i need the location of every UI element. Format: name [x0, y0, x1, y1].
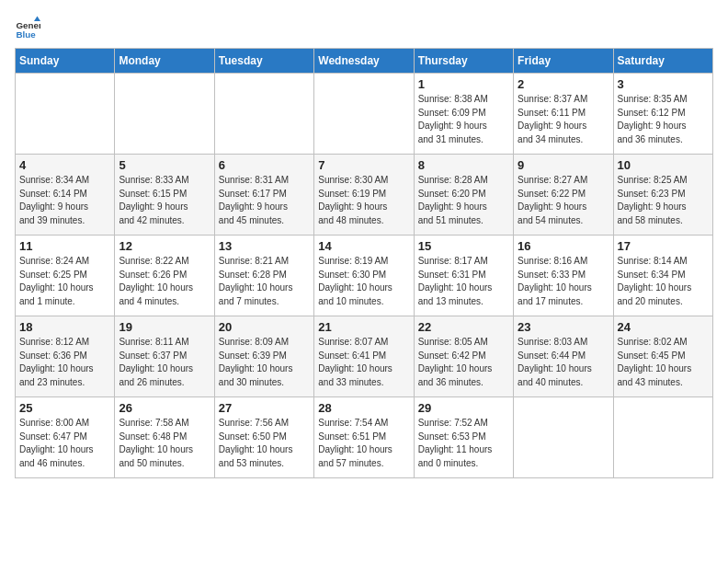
day-number: 5 [119, 158, 210, 172]
day-info: Sunrise: 8:02 AM Sunset: 6:45 PM Dayligh… [618, 336, 709, 389]
calendar-cell: 10Sunrise: 8:25 AM Sunset: 6:23 PM Dayli… [613, 155, 712, 236]
day-number: 12 [119, 239, 210, 253]
calendar-cell: 1Sunrise: 8:38 AM Sunset: 6:09 PM Daylig… [414, 74, 513, 155]
day-info: Sunrise: 8:34 AM Sunset: 6:14 PM Dayligh… [19, 174, 110, 227]
calendar-cell [314, 74, 414, 155]
calendar-cell: 23Sunrise: 8:03 AM Sunset: 6:44 PM Dayli… [514, 316, 613, 397]
calendar-cell [514, 397, 613, 478]
calendar-cell [16, 74, 115, 155]
calendar-cell: 19Sunrise: 8:11 AM Sunset: 6:37 PM Dayli… [115, 316, 214, 397]
weekday-header-tuesday: Tuesday [214, 49, 313, 74]
weekday-header-friday: Friday [514, 49, 613, 74]
day-info: Sunrise: 8:05 AM Sunset: 6:42 PM Dayligh… [418, 336, 509, 389]
day-info: Sunrise: 8:25 AM Sunset: 6:23 PM Dayligh… [618, 174, 709, 227]
day-number: 6 [219, 158, 310, 172]
day-info: Sunrise: 8:07 AM Sunset: 6:41 PM Dayligh… [318, 336, 409, 389]
day-info: Sunrise: 7:54 AM Sunset: 6:51 PM Dayligh… [318, 417, 409, 470]
calendar-cell: 15Sunrise: 8:17 AM Sunset: 6:31 PM Dayli… [414, 236, 513, 316]
day-info: Sunrise: 8:03 AM Sunset: 6:44 PM Dayligh… [518, 336, 609, 389]
day-number: 15 [418, 239, 509, 253]
day-number: 19 [119, 320, 210, 334]
calendar-cell: 26Sunrise: 7:58 AM Sunset: 6:48 PM Dayli… [115, 397, 214, 478]
calendar-cell: 5Sunrise: 8:33 AM Sunset: 6:15 PM Daylig… [115, 155, 214, 236]
logo: General Blue [15, 15, 44, 40]
calendar-cell: 16Sunrise: 8:16 AM Sunset: 6:33 PM Dayli… [514, 236, 613, 316]
day-info: Sunrise: 8:31 AM Sunset: 6:17 PM Dayligh… [219, 174, 310, 227]
page-header: General Blue [15, 15, 713, 40]
calendar-cell: 27Sunrise: 7:56 AM Sunset: 6:50 PM Dayli… [214, 397, 313, 478]
day-info: Sunrise: 8:11 AM Sunset: 6:37 PM Dayligh… [119, 336, 210, 389]
day-info: Sunrise: 8:24 AM Sunset: 6:25 PM Dayligh… [19, 255, 110, 308]
calendar-cell: 11Sunrise: 8:24 AM Sunset: 6:25 PM Dayli… [16, 236, 115, 316]
day-info: Sunrise: 8:22 AM Sunset: 6:26 PM Dayligh… [119, 255, 210, 308]
calendar-cell: 7Sunrise: 8:30 AM Sunset: 6:19 PM Daylig… [314, 155, 414, 236]
day-number: 17 [618, 239, 709, 253]
calendar-cell [115, 74, 214, 155]
logo-icon: General Blue [15, 15, 40, 40]
calendar-cell [613, 397, 712, 478]
day-info: Sunrise: 8:33 AM Sunset: 6:15 PM Dayligh… [119, 174, 210, 227]
calendar-cell: 6Sunrise: 8:31 AM Sunset: 6:17 PM Daylig… [214, 155, 313, 236]
day-info: Sunrise: 8:19 AM Sunset: 6:30 PM Dayligh… [318, 255, 409, 308]
day-number: 27 [219, 401, 310, 415]
day-info: Sunrise: 8:38 AM Sunset: 6:09 PM Dayligh… [418, 93, 509, 146]
day-number: 10 [618, 158, 709, 172]
svg-marker-2 [34, 16, 40, 21]
calendar-cell: 13Sunrise: 8:21 AM Sunset: 6:28 PM Dayli… [214, 236, 313, 316]
day-number: 11 [19, 239, 110, 253]
calendar-cell: 9Sunrise: 8:27 AM Sunset: 6:22 PM Daylig… [514, 155, 613, 236]
day-info: Sunrise: 8:37 AM Sunset: 6:11 PM Dayligh… [518, 93, 609, 146]
day-number: 23 [518, 320, 609, 334]
day-info: Sunrise: 8:21 AM Sunset: 6:28 PM Dayligh… [219, 255, 310, 308]
day-info: Sunrise: 7:56 AM Sunset: 6:50 PM Dayligh… [219, 417, 310, 470]
calendar-table: SundayMondayTuesdayWednesdayThursdayFrid… [15, 48, 713, 478]
day-number: 8 [418, 158, 509, 172]
weekday-header-saturday: Saturday [613, 49, 712, 74]
day-number: 20 [219, 320, 310, 334]
calendar-cell: 21Sunrise: 8:07 AM Sunset: 6:41 PM Dayli… [314, 316, 414, 397]
day-number: 26 [119, 401, 210, 415]
day-number: 29 [418, 401, 509, 415]
calendar-cell: 3Sunrise: 8:35 AM Sunset: 6:12 PM Daylig… [613, 74, 712, 155]
day-info: Sunrise: 8:17 AM Sunset: 6:31 PM Dayligh… [418, 255, 509, 308]
day-number: 9 [518, 158, 609, 172]
calendar-cell: 25Sunrise: 8:00 AM Sunset: 6:47 PM Dayli… [16, 397, 115, 478]
day-number: 3 [618, 77, 709, 91]
calendar-cell: 12Sunrise: 8:22 AM Sunset: 6:26 PM Dayli… [115, 236, 214, 316]
day-info: Sunrise: 8:35 AM Sunset: 6:12 PM Dayligh… [618, 93, 709, 146]
weekday-header-monday: Monday [115, 49, 214, 74]
weekday-header-wednesday: Wednesday [314, 49, 414, 74]
day-number: 24 [618, 320, 709, 334]
day-number: 22 [418, 320, 509, 334]
day-number: 14 [318, 239, 409, 253]
calendar-cell: 8Sunrise: 8:28 AM Sunset: 6:20 PM Daylig… [414, 155, 513, 236]
day-info: Sunrise: 7:58 AM Sunset: 6:48 PM Dayligh… [119, 417, 210, 470]
day-info: Sunrise: 8:09 AM Sunset: 6:39 PM Dayligh… [219, 336, 310, 389]
calendar-cell: 17Sunrise: 8:14 AM Sunset: 6:34 PM Dayli… [613, 236, 712, 316]
day-info: Sunrise: 8:27 AM Sunset: 6:22 PM Dayligh… [518, 174, 609, 227]
day-number: 28 [318, 401, 409, 415]
calendar-cell: 24Sunrise: 8:02 AM Sunset: 6:45 PM Dayli… [613, 316, 712, 397]
weekday-header-sunday: Sunday [16, 49, 115, 74]
day-info: Sunrise: 8:12 AM Sunset: 6:36 PM Dayligh… [19, 336, 110, 389]
day-info: Sunrise: 8:16 AM Sunset: 6:33 PM Dayligh… [518, 255, 609, 308]
day-info: Sunrise: 8:28 AM Sunset: 6:20 PM Dayligh… [418, 174, 509, 227]
day-number: 4 [19, 158, 110, 172]
weekday-header-thursday: Thursday [414, 49, 513, 74]
calendar-cell: 2Sunrise: 8:37 AM Sunset: 6:11 PM Daylig… [514, 74, 613, 155]
calendar-cell: 18Sunrise: 8:12 AM Sunset: 6:36 PM Dayli… [16, 316, 115, 397]
day-number: 7 [318, 158, 409, 172]
day-number: 16 [518, 239, 609, 253]
svg-text:Blue: Blue [16, 29, 36, 40]
calendar-cell [214, 74, 313, 155]
day-info: Sunrise: 8:00 AM Sunset: 6:47 PM Dayligh… [19, 417, 110, 470]
day-number: 21 [318, 320, 409, 334]
calendar-cell: 4Sunrise: 8:34 AM Sunset: 6:14 PM Daylig… [16, 155, 115, 236]
calendar-cell: 14Sunrise: 8:19 AM Sunset: 6:30 PM Dayli… [314, 236, 414, 316]
calendar-cell: 29Sunrise: 7:52 AM Sunset: 6:53 PM Dayli… [414, 397, 513, 478]
calendar-cell: 20Sunrise: 8:09 AM Sunset: 6:39 PM Dayli… [214, 316, 313, 397]
day-info: Sunrise: 8:30 AM Sunset: 6:19 PM Dayligh… [318, 174, 409, 227]
day-info: Sunrise: 7:52 AM Sunset: 6:53 PM Dayligh… [418, 417, 509, 470]
day-info: Sunrise: 8:14 AM Sunset: 6:34 PM Dayligh… [618, 255, 709, 308]
day-number: 1 [418, 77, 509, 91]
